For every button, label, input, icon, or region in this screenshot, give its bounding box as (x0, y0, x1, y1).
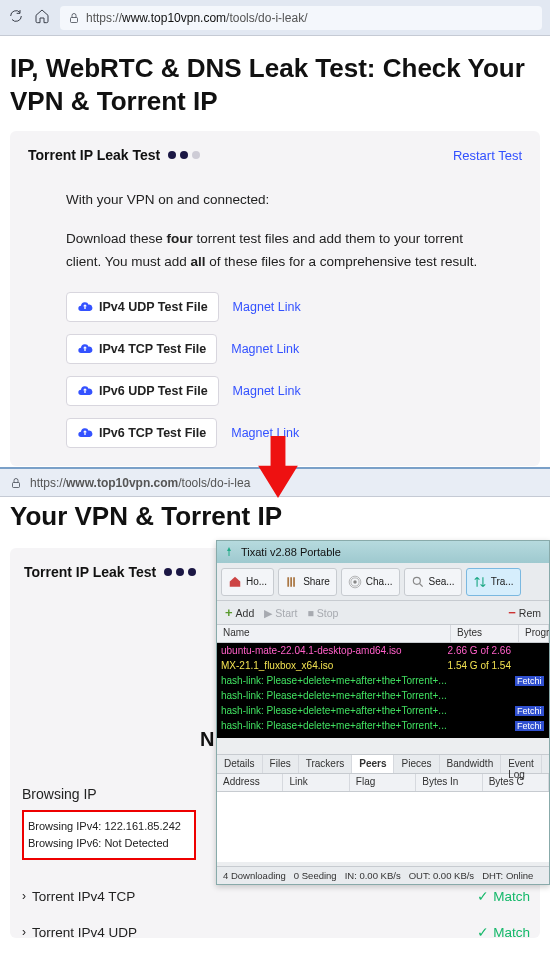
lock-icon (10, 477, 22, 489)
svg-point-2 (353, 580, 357, 584)
download-button[interactable]: IPv4 TCP Test File (66, 334, 217, 364)
toolbar-button[interactable]: Tra... (466, 568, 521, 596)
match-badge: ✓ Match (477, 924, 530, 940)
tixati-tabs: DetailsFilesTrackersPeersPiecesBandwidth… (217, 754, 549, 774)
card-title: Torrent IP Leak Test (28, 147, 200, 163)
restart-link[interactable]: Restart Test (453, 148, 522, 163)
download-button[interactable]: IPv4 UDP Test File (66, 292, 219, 322)
remove-button[interactable]: −Rem (508, 605, 541, 620)
toolbar-button[interactable]: Share (278, 568, 337, 596)
tixati-titlebar[interactable]: Tixati v2.88 Portable (217, 541, 549, 563)
tab-op[interactable]: Op (542, 755, 550, 773)
stop-button[interactable]: ■ Stop (307, 607, 338, 619)
tab-files[interactable]: Files (263, 755, 299, 773)
torrent-test-card: Torrent IP Leak Test Restart Test With y… (10, 131, 540, 466)
transfer-row[interactable]: hash-link: Please+delete+me+after+the+To… (217, 673, 549, 688)
clipped-text: N (200, 728, 214, 751)
toolbar-button[interactable]: Cha... (341, 568, 400, 596)
magnet-link[interactable]: Magnet Link (233, 300, 301, 314)
tab-peers[interactable]: Peers (352, 755, 394, 773)
browser-toolbar: https://www.top10vpn.com/tools/do-i-leak… (0, 0, 550, 36)
instructions: With your VPN on and connected: Download… (66, 189, 484, 274)
result-row-udp[interactable]: ›Torrent IPv4 UDP ✓ Match (22, 924, 530, 940)
page-title: IP, WebRTC & DNS Leak Test: Check Your V… (10, 52, 540, 117)
browsing-ip-box: Browsing IPv4: 122.161.85.242 Browsing I… (22, 810, 196, 860)
tab-pieces[interactable]: Pieces (394, 755, 439, 773)
svg-rect-0 (71, 17, 78, 22)
step-dots-2 (164, 568, 196, 576)
browsing-ipv6: Browsing IPv6: Not Detected (28, 835, 190, 852)
transfer-row[interactable]: hash-link: Please+delete+me+after+the+To… (217, 703, 549, 718)
toolbar-button[interactable]: Ho... (221, 568, 274, 596)
tixati-icon (223, 546, 235, 558)
browsing-ip-label: Browsing IP (22, 786, 97, 802)
tixati-peer-header: AddressLinkFlagBytes InBytes C (217, 774, 549, 792)
page-title-2: Your VPN & Torrent IP (10, 501, 540, 532)
tixati-toolbar: Ho...ShareCha...Sea...Tra... (217, 563, 549, 601)
transfer-row[interactable]: ubuntu-mate-22.04.1-desktop-amd64.iso2.6… (217, 643, 549, 658)
tixati-window: Tixati v2.88 Portable Ho...ShareCha...Se… (216, 540, 550, 885)
magnet-link[interactable]: Magnet Link (231, 342, 299, 356)
transfer-row[interactable]: hash-link: Please+delete+me+after+the+To… (217, 688, 549, 703)
home-icon[interactable] (34, 8, 50, 28)
tab-bandwidth[interactable]: Bandwidth (440, 755, 502, 773)
transfer-row[interactable]: MX-21.1_fluxbox_x64.iso1.54 G of 1.54 (217, 658, 549, 673)
tixati-peer-list[interactable] (217, 792, 549, 862)
add-button[interactable]: +Add (225, 605, 254, 620)
transfer-row[interactable]: hash-link: Please+delete+me+after+the+To… (217, 718, 549, 733)
url-bar[interactable]: https://www.top10vpn.com/tools/do-i-leak… (60, 6, 542, 30)
svg-point-5 (413, 577, 420, 584)
step-dots (168, 151, 200, 159)
result-row-tcp[interactable]: ›Torrent IPv4 TCP ✓ Match (22, 888, 530, 904)
start-button[interactable]: ▶ Start (264, 607, 297, 619)
page-top: IP, WebRTC & DNS Leak Test: Check Your V… (0, 36, 550, 466)
tixati-list-header: Name Bytes Progr (217, 625, 549, 643)
reload-icon[interactable] (8, 8, 24, 28)
svg-rect-1 (13, 482, 20, 487)
match-badge: ✓ Match (477, 888, 530, 904)
tixati-actionbar: +Add ▶ Start ■ Stop −Rem (217, 601, 549, 625)
tab-trackers[interactable]: Trackers (299, 755, 353, 773)
red-arrow-icon (252, 436, 304, 502)
download-button[interactable]: IPv6 TCP Test File (66, 418, 217, 448)
tixati-statusbar: 4 Downloading0 Seeding IN: 0.00 KB/sOUT:… (217, 866, 549, 884)
toolbar-button[interactable]: Sea... (404, 568, 462, 596)
lock-icon (68, 12, 80, 24)
tixati-transfer-list[interactable]: ubuntu-mate-22.04.1-desktop-amd64.iso2.6… (217, 643, 549, 738)
browsing-ipv4: Browsing IPv4: 122.161.85.242 (28, 818, 190, 835)
url-text-2: https://www.top10vpn.com/tools/do-i-lea (30, 476, 250, 490)
tab-event log[interactable]: Event Log (501, 755, 542, 773)
url-text: https://www.top10vpn.com/tools/do-i-leak… (86, 11, 307, 25)
tab-details[interactable]: Details (217, 755, 263, 773)
magnet-link[interactable]: Magnet Link (233, 384, 301, 398)
download-button[interactable]: IPv6 UDP Test File (66, 376, 219, 406)
